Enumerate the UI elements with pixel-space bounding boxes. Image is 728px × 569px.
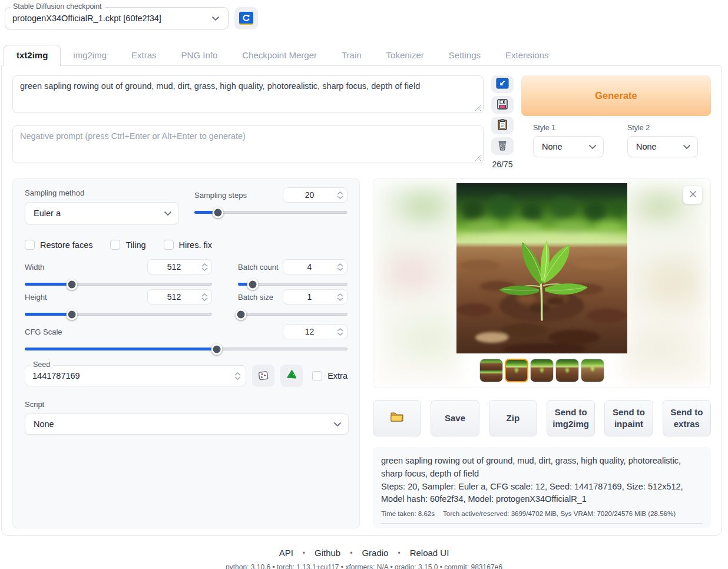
gallery-thumbnails [479,359,604,382]
tab-tokenizer[interactable]: Tokenizer [374,45,436,65]
open-output-folder-button[interactable] [373,400,421,436]
batch-size-input[interactable] [283,289,348,305]
tab-extras[interactable]: Extras [119,45,169,65]
sampling-steps-input[interactable] [283,187,348,203]
number-spinner[interactable] [336,191,345,199]
apply-style-button[interactable] [491,117,514,134]
tiling-checkbox[interactable]: Tiling [110,240,145,250]
clear-prompt-button[interactable] [491,137,514,155]
seed-input[interactable] [32,371,233,381]
tab-img2img[interactable]: img2img [61,45,119,65]
parameters-card: Sampling method Euler a Sampling steps [12,178,360,528]
width-input[interactable] [147,259,212,274]
checkpoint-label: Stable Diffusion checkpoint [10,2,105,11]
save-style-button[interactable] [491,96,514,114]
script-select[interactable]: None [25,413,349,435]
footer-link-api[interactable]: API [279,548,293,558]
number-spinner[interactable] [200,293,209,301]
reuse-seed-button[interactable] [280,365,303,387]
slider-knob[interactable] [235,309,246,320]
height-input[interactable] [147,289,212,305]
restore-faces-checkbox[interactable]: Restore faces [25,240,92,250]
batch-count-input[interactable] [283,259,348,274]
checkpoint-value: protogenX34OfficialR_1.ckpt [60fe2f34] [12,14,161,23]
folder-icon [390,411,404,425]
number-spinner[interactable] [200,263,209,271]
width-slider[interactable] [25,283,212,286]
style1-select[interactable]: None [533,136,604,157]
cfg-scale-slider[interactable] [25,348,348,350]
prompt-input[interactable]: green sapling rowing out of ground, mud,… [12,75,484,113]
save-image-button[interactable]: Save [431,400,479,436]
zip-button[interactable]: Zip [489,400,537,436]
tab-extensions[interactable]: Extensions [493,45,561,65]
generated-image[interactable] [456,183,627,353]
checkbox-box[interactable] [164,240,174,250]
send-to-img2img-button[interactable]: Send to img2img [547,400,595,436]
send-to-inpaint-button[interactable]: Send to inpaint [604,400,653,436]
footer-link-reload-ui[interactable]: Reload UI [410,548,449,558]
bullet-separator: • [303,549,305,557]
negative-prompt-input[interactable] [12,125,484,163]
slider-knob[interactable] [212,207,223,218]
number-spinner[interactable] [336,293,345,301]
gallery-thumbnail-3[interactable] [530,359,554,382]
hires-fix-checkbox[interactable]: Hires. fix [164,240,212,250]
sampling-method-select[interactable]: Euler a [25,202,179,224]
bullet-separator: • [398,549,400,557]
chevron-down-icon [588,142,597,151]
close-gallery-button[interactable] [683,186,702,204]
tab-txt2img[interactable]: txt2img [4,45,61,66]
slider-knob[interactable] [67,279,78,290]
script-label: Script [25,400,44,409]
chevron-down-icon [211,13,220,24]
number-spinner[interactable] [233,372,242,380]
checkpoint-row: Stable Diffusion checkpoint protogenX34O… [0,0,728,29]
width-label: Width [25,263,44,272]
trash-icon [497,140,508,153]
checkpoint-select[interactable]: Stable Diffusion checkpoint protogenX34O… [5,7,229,29]
generate-button[interactable]: Generate [521,75,711,116]
sampling-steps-slider[interactable] [194,211,348,214]
height-slider[interactable] [25,313,212,316]
generation-info: green sapling rowing out of ground, mud,… [373,447,711,528]
slider-knob[interactable] [247,279,258,290]
batch-size-slider[interactable] [238,313,348,316]
tab-checkpoint-merger[interactable]: Checkpoint Merger [230,45,329,65]
chevron-down-icon [333,419,342,429]
batch-count-label: Batch count [238,263,279,272]
send-to-extras-button[interactable]: Send to extras [663,400,711,436]
floppy-disk-icon [497,98,508,112]
gallery-thumbnail-4[interactable] [555,359,579,382]
slider-knob[interactable] [67,309,78,320]
seed-label: Seed [30,360,53,369]
gallery-blur-backdrop [377,183,462,384]
page-footer: API • Github • Gradio • Reload UI python… [0,548,728,569]
footer-link-github[interactable]: Github [315,548,340,558]
close-icon [689,190,697,200]
gallery-thumbnail-2-selected[interactable] [505,359,528,382]
gallery-thumbnail-1[interactable] [479,359,503,382]
tab-settings[interactable]: Settings [436,45,493,65]
style2-select[interactable]: None [627,136,698,157]
paste-generation-params-button[interactable] [491,75,514,93]
seed-input-group[interactable]: Seed [25,365,246,386]
batch-count-slider[interactable] [238,283,348,286]
random-seed-button[interactable] [252,365,274,387]
extra-seed-checkbox[interactable]: Extra [312,371,348,381]
tab-png-info[interactable]: PNG Info [169,45,230,65]
number-spinner[interactable] [336,328,345,336]
refresh-checkpoints-button[interactable] [234,7,258,29]
tab-train[interactable]: Train [329,45,374,65]
slider-knob[interactable] [211,343,222,355]
footer-link-gradio[interactable]: Gradio [362,548,388,558]
cfg-scale-input[interactable] [283,324,348,339]
clipboard-icon [497,118,508,133]
checkbox-box[interactable] [312,371,322,381]
bullet-separator: • [350,549,352,557]
checkbox-box[interactable] [110,240,120,250]
generation-info-prompt: green sapling rowing out of ground, mud,… [381,455,703,481]
gallery-thumbnail-5[interactable] [581,359,604,382]
number-spinner[interactable] [336,263,345,271]
checkbox-box[interactable] [25,240,35,250]
